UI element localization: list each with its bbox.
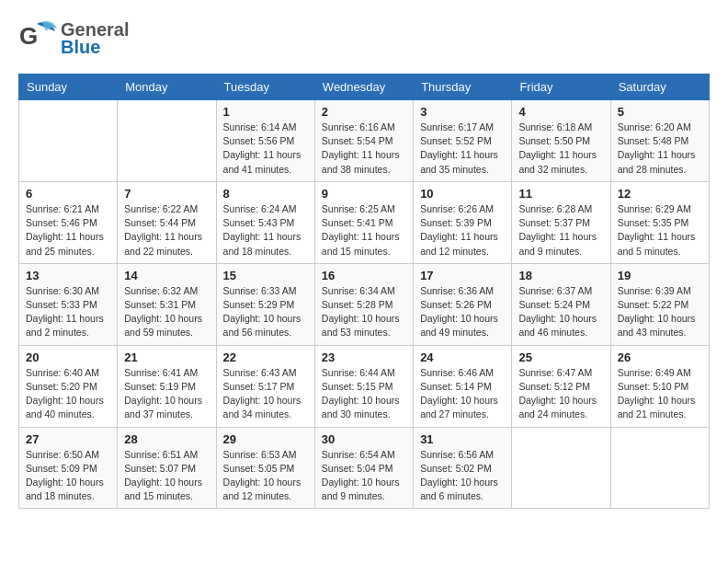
day-number: 15 — [223, 269, 308, 282]
day-info: Sunrise: 6:14 AMSunset: 5:56 PMDaylight:… — [223, 121, 308, 177]
day-number: 20 — [26, 350, 110, 364]
day-number: 5 — [618, 105, 702, 119]
weekday-header-friday: Friday — [512, 75, 610, 100]
svg-text:G: G — [19, 22, 38, 50]
calendar-cell: 29Sunrise: 6:53 AMSunset: 5:05 PMDayligh… — [216, 427, 314, 509]
day-info: Sunrise: 6:32 AMSunset: 5:31 PMDaylight:… — [124, 284, 209, 340]
calendar-cell: 14Sunrise: 6:32 AMSunset: 5:31 PMDayligh… — [118, 263, 216, 345]
day-number: 11 — [518, 187, 603, 201]
day-info: Sunrise: 6:49 AMSunset: 5:10 PMDaylight:… — [618, 366, 702, 422]
calendar-cell: 27Sunrise: 6:50 AMSunset: 5:09 PMDayligh… — [19, 427, 118, 509]
day-number: 13 — [26, 269, 110, 282]
day-number: 8 — [223, 187, 308, 201]
calendar-cell: 25Sunrise: 6:47 AMSunset: 5:12 PMDayligh… — [512, 345, 610, 427]
day-info: Sunrise: 6:33 AMSunset: 5:29 PMDaylight:… — [223, 284, 308, 340]
logo: G General Blue — [18, 18, 129, 59]
calendar-cell: 21Sunrise: 6:41 AMSunset: 5:19 PMDayligh… — [118, 345, 216, 427]
day-number: 14 — [124, 269, 209, 282]
day-number: 26 — [618, 350, 702, 364]
day-number: 16 — [322, 269, 406, 282]
calendar-cell — [610, 427, 709, 509]
calendar-cell: 5Sunrise: 6:20 AMSunset: 5:48 PMDaylight… — [610, 100, 709, 182]
calendar-cell: 19Sunrise: 6:39 AMSunset: 5:22 PMDayligh… — [610, 263, 709, 345]
day-number: 27 — [26, 432, 110, 446]
calendar-cell: 28Sunrise: 6:51 AMSunset: 5:07 PMDayligh… — [118, 427, 216, 509]
calendar-cell: 17Sunrise: 6:36 AMSunset: 5:26 PMDayligh… — [414, 263, 512, 345]
day-number: 6 — [26, 187, 110, 201]
day-info: Sunrise: 6:50 AMSunset: 5:09 PMDaylight:… — [26, 448, 110, 504]
calendar-cell — [118, 100, 216, 182]
calendar-cell: 18Sunrise: 6:37 AMSunset: 5:24 PMDayligh… — [512, 263, 610, 345]
calendar-cell: 9Sunrise: 6:25 AMSunset: 5:41 PMDaylight… — [314, 181, 413, 263]
day-info: Sunrise: 6:29 AMSunset: 5:35 PMDaylight:… — [618, 202, 702, 259]
day-info: Sunrise: 6:16 AMSunset: 5:54 PMDaylight:… — [322, 121, 406, 177]
day-number: 28 — [124, 432, 209, 446]
day-info: Sunrise: 6:25 AMSunset: 5:41 PMDaylight:… — [322, 202, 406, 259]
day-number: 19 — [618, 269, 702, 282]
calendar-cell: 15Sunrise: 6:33 AMSunset: 5:29 PMDayligh… — [216, 263, 314, 345]
day-info: Sunrise: 6:20 AMSunset: 5:48 PMDaylight:… — [618, 121, 702, 177]
day-info: Sunrise: 6:21 AMSunset: 5:46 PMDaylight:… — [26, 202, 110, 259]
day-info: Sunrise: 6:51 AMSunset: 5:07 PMDaylight:… — [124, 448, 209, 504]
day-info: Sunrise: 6:24 AMSunset: 5:43 PMDaylight:… — [223, 202, 308, 259]
calendar-cell: 4Sunrise: 6:18 AMSunset: 5:50 PMDaylight… — [512, 100, 610, 182]
weekday-header-monday: Monday — [118, 75, 216, 100]
day-info: Sunrise: 6:28 AMSunset: 5:37 PMDaylight:… — [518, 202, 603, 259]
calendar-cell — [512, 427, 610, 509]
calendar-cell: 23Sunrise: 6:44 AMSunset: 5:15 PMDayligh… — [314, 345, 413, 427]
day-number: 24 — [420, 350, 505, 364]
calendar-cell: 7Sunrise: 6:22 AMSunset: 5:44 PMDaylight… — [118, 181, 216, 263]
calendar-cell: 30Sunrise: 6:54 AMSunset: 5:04 PMDayligh… — [314, 427, 413, 509]
day-number: 23 — [322, 350, 406, 364]
day-info: Sunrise: 6:43 AMSunset: 5:17 PMDaylight:… — [223, 366, 308, 422]
day-info: Sunrise: 6:44 AMSunset: 5:15 PMDaylight:… — [322, 366, 406, 422]
day-info: Sunrise: 6:46 AMSunset: 5:14 PMDaylight:… — [420, 366, 505, 422]
logo-blue-text: Blue — [61, 37, 129, 58]
weekday-header-saturday: Saturday — [610, 75, 709, 100]
calendar-cell: 24Sunrise: 6:46 AMSunset: 5:14 PMDayligh… — [414, 345, 512, 427]
day-number: 17 — [420, 269, 505, 282]
weekday-header-thursday: Thursday — [414, 75, 512, 100]
calendar-table: SundayMondayTuesdayWednesdayThursdayFrid… — [18, 74, 710, 509]
calendar-cell: 6Sunrise: 6:21 AMSunset: 5:46 PMDaylight… — [19, 181, 118, 263]
day-info: Sunrise: 6:39 AMSunset: 5:22 PMDaylight:… — [618, 284, 702, 340]
day-info: Sunrise: 6:53 AMSunset: 5:05 PMDaylight:… — [223, 448, 308, 504]
calendar-cell: 2Sunrise: 6:16 AMSunset: 5:54 PMDaylight… — [314, 100, 413, 182]
calendar-cell: 8Sunrise: 6:24 AMSunset: 5:43 PMDaylight… — [216, 181, 314, 263]
day-number: 4 — [518, 105, 603, 119]
day-number: 25 — [518, 350, 603, 364]
weekday-header-tuesday: Tuesday — [216, 75, 314, 100]
day-info: Sunrise: 6:17 AMSunset: 5:52 PMDaylight:… — [420, 121, 505, 177]
calendar-cell: 3Sunrise: 6:17 AMSunset: 5:52 PMDaylight… — [414, 100, 512, 182]
day-number: 2 — [322, 105, 406, 119]
calendar-cell: 20Sunrise: 6:40 AMSunset: 5:20 PMDayligh… — [19, 345, 118, 427]
logo-svg: G — [18, 18, 59, 59]
calendar-cell: 22Sunrise: 6:43 AMSunset: 5:17 PMDayligh… — [216, 345, 314, 427]
day-number: 29 — [223, 432, 308, 446]
day-info: Sunrise: 6:18 AMSunset: 5:50 PMDaylight:… — [518, 121, 603, 177]
day-number: 3 — [420, 105, 505, 119]
calendar-cell: 10Sunrise: 6:26 AMSunset: 5:39 PMDayligh… — [414, 181, 512, 263]
calendar-cell: 26Sunrise: 6:49 AMSunset: 5:10 PMDayligh… — [610, 345, 709, 427]
calendar-cell: 11Sunrise: 6:28 AMSunset: 5:37 PMDayligh… — [512, 181, 610, 263]
day-number: 31 — [420, 432, 505, 446]
calendar-cell: 31Sunrise: 6:56 AMSunset: 5:02 PMDayligh… — [414, 427, 512, 509]
day-info: Sunrise: 6:36 AMSunset: 5:26 PMDaylight:… — [420, 284, 505, 340]
calendar-cell: 1Sunrise: 6:14 AMSunset: 5:56 PMDaylight… — [216, 100, 314, 182]
page-header: G General Blue — [18, 18, 710, 59]
weekday-header-sunday: Sunday — [19, 75, 118, 100]
day-number: 30 — [322, 432, 406, 446]
day-number: 9 — [322, 187, 406, 201]
day-info: Sunrise: 6:37 AMSunset: 5:24 PMDaylight:… — [518, 284, 603, 340]
day-info: Sunrise: 6:26 AMSunset: 5:39 PMDaylight:… — [420, 202, 505, 259]
weekday-header-wednesday: Wednesday — [314, 75, 413, 100]
day-info: Sunrise: 6:34 AMSunset: 5:28 PMDaylight:… — [322, 284, 406, 340]
day-info: Sunrise: 6:22 AMSunset: 5:44 PMDaylight:… — [124, 202, 209, 259]
calendar-cell: 16Sunrise: 6:34 AMSunset: 5:28 PMDayligh… — [314, 263, 413, 345]
day-number: 7 — [124, 187, 209, 201]
day-info: Sunrise: 6:54 AMSunset: 5:04 PMDaylight:… — [322, 448, 406, 504]
day-number: 21 — [124, 350, 209, 364]
day-number: 10 — [420, 187, 505, 201]
day-number: 18 — [518, 269, 603, 282]
day-number: 1 — [223, 105, 308, 119]
